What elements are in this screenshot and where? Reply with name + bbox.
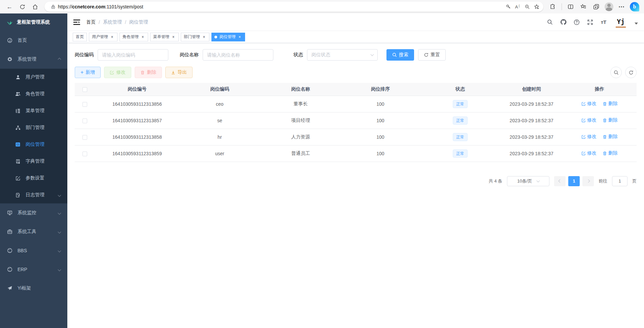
row-edit-link[interactable]: 修改 <box>581 101 597 107</box>
sidebar-item-param[interactable]: 参数设置 <box>0 170 67 187</box>
show-search-toggle-button[interactable] <box>610 67 622 78</box>
sidebar-item-system[interactable]: 系统管理 <box>0 50 67 69</box>
cell-post-name: 人力资源 <box>260 129 341 145</box>
row-delete-link[interactable]: 删除 <box>603 134 618 140</box>
search-button[interactable]: 搜索 <box>386 49 414 61</box>
row-edit-link[interactable]: 修改 <box>581 134 597 140</box>
row-delete-link[interactable]: 删除 <box>603 101 618 107</box>
help-icon[interactable] <box>573 19 580 26</box>
close-icon[interactable]: × <box>110 35 114 39</box>
sidebar-item-dept[interactable]: 部门管理 <box>0 119 67 136</box>
post-table: 岗位编号 岗位编码 岗位名称 岗位排序 状态 创建时间 操作 16410305 <box>75 83 637 162</box>
read-aloud-waves: ❲ <box>518 4 521 7</box>
sidebar-item-role[interactable]: 角色管理 <box>0 86 67 102</box>
chevron-down-icon <box>371 53 374 56</box>
tab-dept[interactable]: 部门管理× <box>181 33 209 41</box>
extensions-icon[interactable] <box>547 1 558 12</box>
edit-icon <box>581 118 586 123</box>
sidebar-item-user[interactable]: 用户管理 <box>0 69 67 86</box>
fullscreen-icon[interactable] <box>587 19 594 26</box>
favorites-icon[interactable] <box>578 1 589 12</box>
sidebar-item-yi[interactable]: Yi框架 <box>0 279 67 298</box>
reset-button[interactable]: 重置 <box>418 49 446 61</box>
cell-created: 2023-03-29 18:52:37 <box>501 129 563 145</box>
refresh-icon[interactable] <box>17 1 28 12</box>
post-name-input[interactable] <box>203 49 273 61</box>
copilot-icon[interactable]: b <box>629 1 640 12</box>
tab-user[interactable]: 用户管理× <box>89 33 117 41</box>
sidebar-item-bbs[interactable]: BBS <box>0 241 67 260</box>
goto-page-input[interactable] <box>612 176 628 186</box>
sidebar-item-label: 日志管理 <box>26 192 54 198</box>
browser-profile-avatar[interactable] <box>604 1 614 12</box>
row-edit-link[interactable]: 修改 <box>581 117 597 123</box>
row-checkbox[interactable] <box>82 135 87 140</box>
profile-avatar-glyph <box>605 2 613 11</box>
close-icon[interactable]: × <box>140 35 145 39</box>
tab-menu[interactable]: 菜单管理× <box>150 33 179 41</box>
sidebar-item-post[interactable]: 岗位管理 <box>0 136 67 153</box>
copilot-icon-glyph: b <box>630 2 639 11</box>
home-icon[interactable] <box>30 1 40 12</box>
edit-button[interactable]: 修改 <box>104 67 131 78</box>
delete-button[interactable]: 删除 <box>135 67 162 78</box>
github-icon[interactable] <box>560 19 567 26</box>
sidebar-item-monitor[interactable]: 系统监控 <box>0 203 67 222</box>
avatar-dropdown-caret[interactable] <box>635 23 638 25</box>
row-checkbox[interactable] <box>82 152 87 156</box>
close-icon[interactable]: × <box>202 35 206 39</box>
tab-post[interactable]: 岗位管理× <box>211 33 245 41</box>
page-size-select[interactable]: 10条/页 <box>507 176 549 186</box>
status-select[interactable]: 岗位状态 <box>307 49 378 61</box>
status-select-placeholder: 岗位状态 <box>311 52 330 58</box>
close-icon[interactable]: × <box>237 35 242 39</box>
sidebar-item-log[interactable]: 日志管理 <box>0 187 67 203</box>
post-code-input[interactable] <box>98 49 168 61</box>
sidebar-toggle-icon[interactable] <box>73 19 81 25</box>
tab-home[interactable]: 首页 <box>73 33 87 41</box>
lock-icon[interactable] <box>48 2 58 11</box>
collections-icon[interactable] <box>591 1 602 12</box>
sidebar-item-menu[interactable]: 菜单管理 <box>0 102 67 119</box>
export-button[interactable]: 导出 <box>165 67 193 78</box>
url-text[interactable]: https://ccnetcore.com:1101/system/post <box>58 4 504 9</box>
refresh-table-button[interactable] <box>625 67 637 78</box>
sidebar-item-tool[interactable]: 系统工具 <box>0 222 67 241</box>
browser-menu-icon[interactable]: ⋯ <box>616 1 627 12</box>
next-page-button[interactable] <box>582 176 594 186</box>
row-checkbox[interactable] <box>82 102 87 107</box>
org-tree-icon <box>15 125 21 130</box>
close-icon[interactable]: × <box>171 35 176 39</box>
prev-page-button[interactable] <box>554 176 566 186</box>
add-button[interactable]: + 新增 <box>75 67 101 78</box>
table-row[interactable]: 1641030593112313856 ceo 董事长 100 正常 2023-… <box>75 96 637 112</box>
table-row[interactable]: 1641030593112313857 se 项目经理 100 正常 2023-… <box>75 112 637 129</box>
row-edit-link[interactable]: 修改 <box>581 150 597 156</box>
zoom-out-icon[interactable] <box>522 2 532 11</box>
search-icon[interactable] <box>546 19 553 26</box>
table-row[interactable]: 1641030593112313858 hr 人力资源 100 正常 2023-… <box>75 129 637 145</box>
font-size-icon[interactable]: тT <box>600 19 607 26</box>
address-bar[interactable]: https://ccnetcore.com:1101/system/post A… <box>44 2 543 12</box>
sidebar-item-dict[interactable]: 字典管理 <box>0 153 67 170</box>
cell-created: 2023-03-29 18:52:37 <box>501 96 563 112</box>
sidebar-item-home[interactable]: 首页 <box>0 31 67 50</box>
tab-role[interactable]: 角色管理× <box>120 33 148 41</box>
select-all-checkbox[interactable] <box>82 87 87 92</box>
read-aloud-icon[interactable]: A❲ <box>513 2 522 11</box>
row-edit-label: 修改 <box>587 117 597 123</box>
sidebar-item-label: 系统监控 <box>18 210 54 216</box>
sidebar-item-erp[interactable]: ERP <box>0 260 67 279</box>
search-button-label: 搜索 <box>399 52 408 58</box>
password-key-icon[interactable] <box>504 2 513 11</box>
split-screen-icon[interactable] <box>565 1 576 12</box>
row-checkbox[interactable] <box>82 119 87 123</box>
row-delete-link[interactable]: 删除 <box>603 117 618 123</box>
user-avatar[interactable]: Yj <box>616 17 626 28</box>
add-favorite-icon[interactable] <box>532 2 541 11</box>
table-row[interactable]: 1641030593112313859 user 普通员工 100 正常 202… <box>75 145 637 162</box>
breadcrumb-home[interactable]: 首页 <box>86 19 96 25</box>
back-icon[interactable]: ← <box>4 1 15 12</box>
row-delete-link[interactable]: 删除 <box>603 150 618 156</box>
page-number-button[interactable]: 1 <box>568 176 580 186</box>
